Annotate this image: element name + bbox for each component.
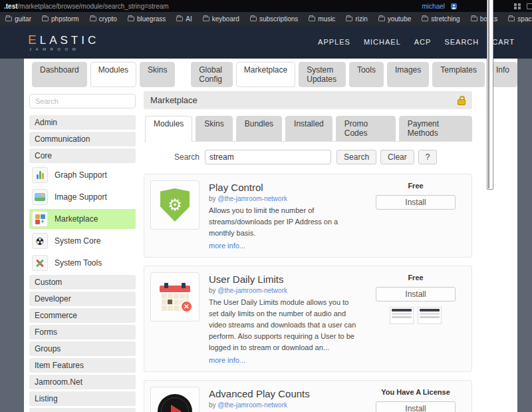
sidebar-section-custom[interactable]: Custom bbox=[29, 275, 136, 290]
module-author-link[interactable]: @the-jamroom-network bbox=[217, 401, 287, 409]
header-nav-item[interactable]: MICHAEL bbox=[364, 38, 401, 46]
bookmark-label: guitar bbox=[15, 15, 31, 23]
header-nav-item[interactable]: ACP bbox=[414, 38, 432, 46]
tab-templates[interactable]: Templates bbox=[432, 62, 485, 87]
sidebar-section-developer[interactable]: Developer bbox=[29, 292, 136, 306]
play-circle-icon bbox=[158, 394, 192, 412]
url-host: .test bbox=[4, 3, 18, 10]
tab-system-updates[interactable]: System Updates bbox=[299, 62, 346, 87]
logo-rest: LASTIC bbox=[40, 34, 100, 47]
bookmark-item[interactable]: stretching bbox=[422, 15, 460, 23]
reader-panel-icon[interactable] bbox=[487, 0, 493, 190]
module-card-info: Advanced Play Countsby @the-jamroom-netw… bbox=[209, 387, 356, 412]
screenshot-thumbnail[interactable] bbox=[390, 307, 414, 324]
sidebar-item-label: Graph Support bbox=[55, 170, 107, 180]
sidebar-item-system-core[interactable]: ☢System Core bbox=[29, 231, 136, 251]
subtab-skins[interactable]: Skins bbox=[196, 116, 232, 141]
subtab-modules[interactable]: Modules bbox=[145, 116, 192, 142]
subtab-promo-codes[interactable]: Promo Codes bbox=[336, 116, 396, 141]
header-nav-item[interactable]: APPLES bbox=[318, 38, 350, 46]
image-icon bbox=[32, 189, 48, 205]
logo-subtitle: JAMROOM bbox=[29, 47, 99, 51]
bookmark-item[interactable]: keyboard bbox=[203, 15, 239, 23]
module-author-link[interactable]: @the-jamroom-network bbox=[217, 195, 287, 202]
bookmark-item[interactable]: youtube bbox=[378, 15, 412, 23]
radiation-icon: ☢ bbox=[35, 236, 44, 246]
sidebar-item-system-tools[interactable]: System Tools bbox=[29, 253, 136, 273]
tab-marketplace[interactable]: Marketplace bbox=[236, 62, 295, 87]
bookmark-item[interactable]: rizin bbox=[346, 15, 367, 23]
browser-profile-name[interactable]: michael bbox=[422, 3, 445, 10]
install-button[interactable]: Install bbox=[376, 401, 456, 412]
tab-skins[interactable]: Skins bbox=[140, 62, 175, 87]
profile-badge-icon[interactable] bbox=[451, 3, 457, 9]
play-triangle-icon bbox=[171, 405, 182, 412]
marketplace-search-input[interactable] bbox=[205, 150, 331, 164]
sidebar-item-label: Marketplace bbox=[55, 214, 98, 224]
install-button[interactable]: Install bbox=[376, 195, 456, 210]
screenshot-thumbnail[interactable] bbox=[418, 307, 442, 324]
marketplace-search-row: Search SearchClear? bbox=[174, 150, 472, 164]
bookmark-item[interactable]: subscriptions bbox=[250, 15, 298, 23]
bookmark-item[interactable]: guitar bbox=[5, 15, 31, 23]
sidebar-item-graph-support[interactable]: Graph Support bbox=[29, 165, 136, 185]
module-card: ✕User Daily Limitsby @the-jamroom-networ… bbox=[144, 266, 472, 372]
bookmark-label: AI bbox=[186, 15, 192, 23]
tab-dashboard[interactable]: Dashboard bbox=[32, 62, 87, 87]
gear-icon: ⚙ bbox=[168, 197, 182, 213]
folder-icon bbox=[42, 17, 49, 21]
bookmark-item[interactable]: spaces bbox=[508, 15, 532, 23]
clear-button[interactable]: Clear bbox=[380, 150, 414, 164]
subtab-bundles[interactable]: Bundles bbox=[236, 116, 282, 141]
sidebar-search-input[interactable] bbox=[29, 94, 136, 108]
header-nav-item[interactable]: SEARCH bbox=[444, 38, 479, 46]
module-author-link[interactable]: @the-jamroom-network bbox=[217, 287, 287, 294]
sidebar-section-forms[interactable]: Forms bbox=[29, 325, 136, 339]
sidebar-item-image-support[interactable]: Image Support bbox=[29, 187, 136, 207]
sidebar-section-profiles[interactable]: Profiles bbox=[29, 408, 136, 412]
system-core-icon: ☢ bbox=[32, 233, 48, 249]
module-byline: by @the-jamroom-network bbox=[209, 287, 356, 294]
sidebar-item-label: System Tools bbox=[55, 258, 102, 268]
sidebar-section-jamroom-net[interactable]: Jamroom.Net bbox=[29, 375, 136, 389]
sidebar-section-listing[interactable]: Listing bbox=[29, 391, 136, 406]
module-icon-tile bbox=[150, 387, 200, 412]
search-button[interactable]: Search bbox=[336, 150, 376, 164]
tab-tools[interactable]: Tools bbox=[349, 62, 384, 87]
module-title: Advanced Play Counts bbox=[209, 388, 356, 399]
price-label: You Have A License bbox=[366, 388, 466, 396]
subtab-payment-methods[interactable]: Payment Methods bbox=[399, 116, 472, 141]
sidebar-section-item-features[interactable]: Item Features bbox=[29, 358, 136, 373]
header-nav-item[interactable]: CART bbox=[492, 38, 515, 46]
sidebar-section-admin[interactable]: Admin bbox=[29, 115, 136, 130]
more-info-link[interactable]: more info... bbox=[209, 356, 245, 364]
subtab-installed[interactable]: Installed bbox=[285, 116, 332, 141]
tab-grid-icon[interactable] bbox=[514, 3, 521, 9]
folder-icon bbox=[176, 17, 183, 21]
site-logo[interactable]: ELASTIC JAMROOM bbox=[28, 33, 99, 51]
more-info-link[interactable]: more info... bbox=[209, 242, 245, 250]
install-button[interactable]: Install bbox=[376, 287, 456, 302]
top-tabs-row: DashboardModulesSkins Global ConfigMarke… bbox=[29, 62, 517, 87]
bookmark-item[interactable]: crypto bbox=[90, 15, 117, 23]
sidebar-section-communication[interactable]: Communication bbox=[29, 132, 136, 146]
bookmark-item[interactable]: music bbox=[309, 15, 335, 23]
tabs-gap bbox=[178, 62, 188, 87]
help-button[interactable]: ? bbox=[418, 150, 438, 164]
tab-images[interactable]: Images bbox=[387, 62, 429, 87]
tab-overview-icon[interactable] bbox=[527, 3, 532, 9]
url-path: /marketplace/browse/module/search_string… bbox=[18, 3, 169, 10]
sidebar-section-core[interactable]: Core bbox=[29, 148, 136, 163]
block-x-icon: ✕ bbox=[180, 300, 193, 313]
bookmark-item[interactable]: bluegrass bbox=[128, 15, 166, 23]
sidebar-item-marketplace[interactable]: +Marketplace bbox=[29, 209, 136, 229]
sidebar-section-groups[interactable]: Groups bbox=[29, 341, 136, 356]
bookmark-item[interactable]: AI bbox=[176, 15, 192, 23]
tab-modules[interactable]: Modules bbox=[90, 62, 136, 87]
bookmark-item[interactable]: books bbox=[471, 15, 498, 23]
tab-global-config[interactable]: Global Config bbox=[191, 62, 233, 87]
bookmark-item[interactable]: phpstorm bbox=[42, 15, 79, 23]
sidebar-section-ecommerce[interactable]: Ecommerce bbox=[29, 308, 136, 323]
module-byline: by @the-jamroom-network bbox=[209, 195, 356, 202]
lock-icon[interactable] bbox=[458, 99, 466, 105]
